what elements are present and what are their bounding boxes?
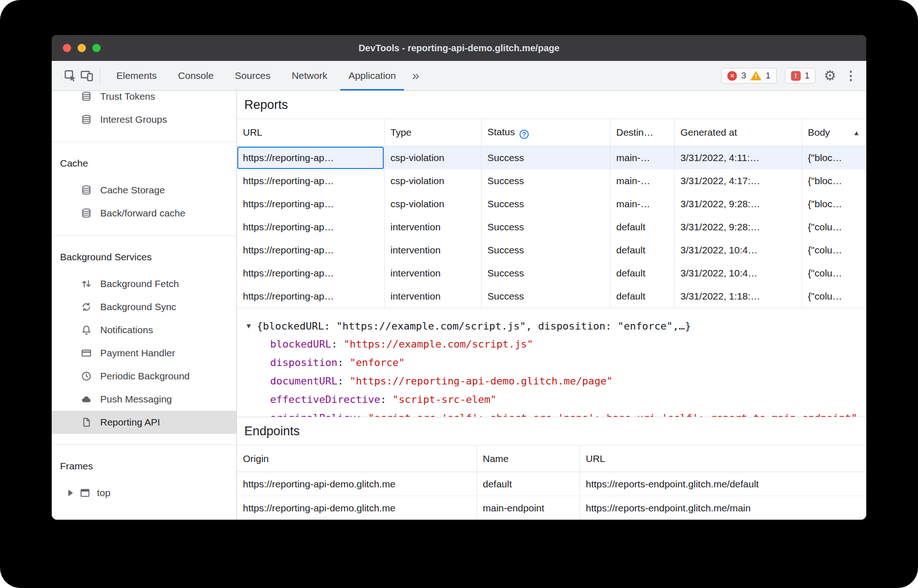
sidebar-item-reporting-api[interactable]: Reporting API bbox=[52, 411, 236, 434]
collapse-triangle-icon[interactable]: ▼ bbox=[247, 317, 251, 335]
sync-arrows-icon bbox=[80, 301, 92, 313]
tab-application[interactable]: Application bbox=[338, 61, 407, 90]
sidebar-item-interest-groups[interactable]: Interest Groups bbox=[52, 108, 236, 131]
settings-gear-icon[interactable]: ⚙ bbox=[824, 69, 836, 83]
report-cell-generated[interactable]: 3/31/2022, 9:28:… bbox=[674, 192, 802, 216]
report-cell-destination[interactable]: main-… bbox=[610, 146, 674, 170]
report-cell-url[interactable]: https://reporting-ap… bbox=[237, 146, 384, 170]
report-cell-type[interactable]: intervention bbox=[384, 262, 481, 285]
report-cell-url[interactable]: https://reporting-ap… bbox=[237, 285, 384, 308]
preview-property: blockedURL: "https://example.com/script.… bbox=[247, 335, 866, 354]
report-cell-destination[interactable]: default bbox=[610, 285, 674, 308]
report-cell-generated[interactable]: 3/31/2022, 1:18:… bbox=[674, 285, 802, 308]
inspect-element-icon[interactable] bbox=[62, 67, 79, 84]
database-icon bbox=[80, 114, 92, 126]
tab-network[interactable]: Network bbox=[281, 61, 338, 90]
report-cell-destination[interactable]: default bbox=[610, 239, 674, 262]
report-row[interactable]: https://reporting-ap… csp-violation Succ… bbox=[237, 169, 866, 192]
sidebar-item-periodic-background-sync[interactable]: Periodic Background bbox=[52, 365, 236, 388]
report-cell-status[interactable]: Success bbox=[481, 169, 610, 192]
report-row[interactable]: https://reporting-ap… intervention Succe… bbox=[237, 285, 866, 308]
report-row[interactable]: https://reporting-ap… csp-violation Succ… bbox=[237, 192, 866, 216]
column-header-body[interactable]: Body▲ bbox=[802, 119, 866, 146]
report-cell-type[interactable]: csp-violation bbox=[384, 169, 481, 192]
report-cell-destination[interactable]: main-… bbox=[610, 192, 674, 216]
report-cell-body[interactable]: {"bloc… bbox=[802, 169, 866, 192]
more-tabs-icon[interactable]: » bbox=[406, 61, 425, 90]
report-cell-url[interactable]: https://reporting-ap… bbox=[237, 169, 384, 192]
report-cell-destination[interactable]: default bbox=[610, 262, 674, 285]
report-cell-status[interactable]: Success bbox=[481, 216, 610, 239]
sidebar-item-trust-tokens[interactable]: Trust Tokens bbox=[52, 91, 236, 108]
endpoint-row[interactable]: https://reporting-api-demo.glitch.me def… bbox=[237, 472, 866, 496]
minimize-button[interactable] bbox=[78, 44, 86, 52]
report-cell-url[interactable]: https://reporting-ap… bbox=[237, 262, 384, 285]
report-cell-body[interactable]: {"bloc… bbox=[802, 192, 866, 216]
tab-console[interactable]: Console bbox=[168, 61, 224, 90]
report-cell-generated[interactable]: 3/31/2022, 9:28:… bbox=[674, 216, 802, 239]
sidebar-item-payment-handler[interactable]: Payment Handler bbox=[52, 342, 236, 365]
report-cell-destination[interactable]: default bbox=[610, 216, 674, 239]
tab-elements[interactable]: Elements bbox=[106, 61, 168, 90]
tab-sources[interactable]: Sources bbox=[224, 61, 281, 90]
sidebar-item-back-forward-cache[interactable]: Back/forward cache bbox=[52, 202, 236, 225]
report-cell-type[interactable]: csp-violation bbox=[384, 192, 481, 216]
sidebar-item-label: Payment Handler bbox=[100, 348, 175, 359]
report-cell-generated[interactable]: 3/31/2022, 4:17:… bbox=[674, 169, 802, 192]
property-value: "script-src-elem" bbox=[393, 394, 496, 405]
column-header-origin[interactable]: Origin bbox=[237, 445, 477, 472]
report-row[interactable]: https://reporting-ap… csp-violation Succ… bbox=[237, 146, 866, 170]
report-cell-status[interactable]: Success bbox=[481, 285, 610, 308]
report-cell-generated[interactable]: 3/31/2022, 10:4… bbox=[674, 239, 802, 262]
more-options-icon[interactable]: ⋮ bbox=[845, 70, 857, 82]
report-cell-body[interactable]: {"colu… bbox=[802, 216, 866, 239]
report-cell-status[interactable]: Success bbox=[481, 262, 610, 285]
sidebar-item-background-fetch[interactable]: Background Fetch bbox=[52, 272, 236, 295]
disclosure-triangle-icon[interactable] bbox=[68, 490, 73, 496]
column-header-endpoint-url[interactable]: URL bbox=[580, 445, 866, 472]
sidebar-item-background-sync[interactable]: Background Sync bbox=[52, 295, 236, 318]
device-toolbar-icon[interactable] bbox=[79, 67, 95, 84]
report-cell-type[interactable]: csp-violation bbox=[384, 146, 481, 170]
report-cell-generated[interactable]: 3/31/2022, 4:11:… bbox=[674, 146, 802, 170]
property-colon: : bbox=[338, 357, 350, 368]
report-cell-destination[interactable]: main-… bbox=[610, 169, 674, 192]
status-help-icon[interactable]: ? bbox=[519, 130, 529, 139]
sidebar-item-notifications[interactable]: Notifications bbox=[52, 318, 236, 342]
report-cell-generated[interactable]: 3/31/2022, 10:4… bbox=[674, 262, 802, 285]
issues-badge[interactable]: ! 1 bbox=[785, 68, 816, 84]
console-errors-warnings-badge[interactable]: × 3 ! 1 bbox=[721, 68, 776, 84]
column-header-generated-at[interactable]: Generated at bbox=[674, 119, 802, 146]
report-cell-type[interactable]: intervention bbox=[384, 216, 481, 239]
report-cell-type[interactable]: intervention bbox=[384, 239, 481, 262]
report-cell-status[interactable]: Success bbox=[481, 239, 610, 262]
application-sidebar: Trust Tokens Interest Groups Cache Cache… bbox=[52, 91, 237, 520]
report-cell-body[interactable]: {"colu… bbox=[802, 239, 866, 262]
report-cell-body[interactable]: {"colu… bbox=[802, 285, 866, 308]
column-header-type[interactable]: Type bbox=[384, 119, 481, 146]
property-colon: : bbox=[338, 375, 350, 387]
close-button[interactable] bbox=[63, 44, 71, 52]
column-header-url[interactable]: URL bbox=[237, 119, 384, 146]
report-cell-body[interactable]: {"colu… bbox=[802, 262, 866, 285]
preview-summary-line[interactable]: ▼{blockedURL: "https://example.com/scrip… bbox=[247, 317, 866, 335]
sidebar-item-top-frame[interactable]: top bbox=[52, 481, 236, 504]
zoom-button[interactable] bbox=[92, 44, 101, 52]
report-cell-url[interactable]: https://reporting-ap… bbox=[237, 239, 384, 262]
column-header-destination[interactable]: Destin… bbox=[610, 119, 674, 146]
sidebar-item-push-messaging[interactable]: Push Messaging bbox=[52, 388, 236, 411]
report-cell-url[interactable]: https://reporting-ap… bbox=[237, 192, 384, 216]
column-header-name[interactable]: Name bbox=[477, 445, 580, 472]
report-row[interactable]: https://reporting-ap… intervention Succe… bbox=[237, 262, 866, 285]
endpoint-row[interactable]: https://reporting-api-demo.glitch.me mai… bbox=[237, 496, 866, 520]
report-cell-status[interactable]: Success bbox=[481, 146, 610, 170]
column-header-status[interactable]: Status? bbox=[481, 119, 610, 146]
report-cell-status[interactable]: Success bbox=[481, 192, 610, 216]
report-row[interactable]: https://reporting-ap… intervention Succe… bbox=[237, 216, 866, 239]
reports-table: URL Type Status? Destin… Generated at Bo… bbox=[237, 119, 866, 308]
report-cell-url[interactable]: https://reporting-ap… bbox=[237, 216, 384, 239]
report-row[interactable]: https://reporting-ap… intervention Succe… bbox=[237, 239, 866, 262]
report-cell-body[interactable]: {"bloc… bbox=[802, 146, 866, 170]
report-cell-type[interactable]: intervention bbox=[384, 285, 481, 308]
sidebar-item-cache-storage[interactable]: Cache Storage bbox=[52, 179, 236, 202]
